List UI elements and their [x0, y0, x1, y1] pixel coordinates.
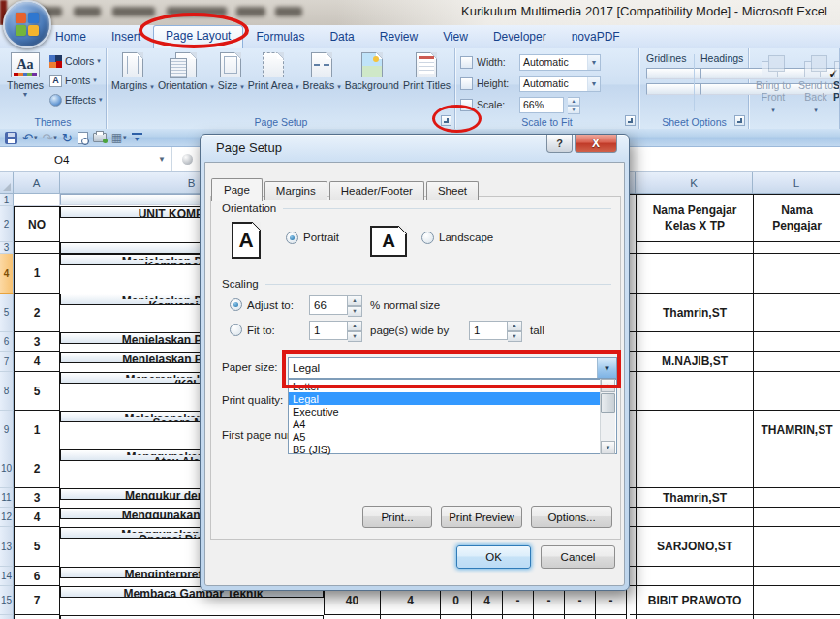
column-header-L[interactable]: L [753, 172, 840, 194]
dialog-help-button[interactable]: ? [546, 135, 573, 153]
row-header-2[interactable]: 2 [0, 206, 14, 242]
chevron-down-icon[interactable]: ▼ [158, 155, 166, 164]
tab-page-layout[interactable]: Page Layout [153, 25, 243, 48]
dialog-title[interactable]: Page Setup [216, 140, 282, 155]
row-header-16[interactable]: 16 [0, 615, 14, 619]
chevron-down-icon[interactable]: ▼ [587, 77, 600, 91]
cell-L-header[interactable]: NamaPengajar [753, 195, 840, 242]
cell-A16[interactable] [14, 615, 60, 619]
tab-home[interactable]: Home [43, 26, 99, 48]
cell-L14[interactable] [753, 567, 840, 586]
cell-K-header[interactable]: Nama PengajarKelas X TP [636, 195, 753, 242]
spin-down-icon[interactable]: ▼ [348, 306, 362, 317]
name-box[interactable]: O4 ▼ [0, 147, 172, 171]
row-header-15[interactable]: 15 [0, 586, 14, 615]
scrollbar-thumb[interactable] [601, 393, 615, 413]
cell-L10[interactable] [753, 449, 840, 488]
print-area-button[interactable]: Print Area ▾ [246, 50, 301, 93]
select-all-corner[interactable] [0, 172, 14, 194]
column-header-A[interactable]: A [14, 172, 60, 194]
chevron-down-icon[interactable]: ▾ [53, 134, 57, 141]
page-setup-dialog-launcher[interactable] [441, 115, 451, 126]
fit-tall-spinbox[interactable]: 1 ▲▼ [469, 321, 522, 340]
paper-option-letter[interactable]: Letter [289, 380, 601, 392]
cell-B16[interactable] [60, 615, 324, 619]
background-button[interactable]: Background [343, 50, 401, 93]
spin-up-icon[interactable]: ▲ [508, 321, 522, 331]
print-preview-button-dialog[interactable]: Print Preview [441, 506, 522, 528]
row-header-10[interactable]: 10 [0, 449, 14, 488]
row-header-6[interactable]: 6 [0, 332, 14, 352]
office-button[interactable] [3, 0, 51, 48]
theme-colors-button[interactable]: Colors▾ [49, 51, 106, 71]
cell-K4[interactable] [636, 254, 753, 294]
row-header-4[interactable]: 4 [0, 254, 14, 294]
row-header-9[interactable]: 9 [0, 411, 14, 449]
cell-K10[interactable] [636, 449, 753, 488]
tab-view[interactable]: View [430, 26, 481, 48]
customize-qat-button[interactable]: ▼ [132, 131, 142, 145]
cell-r16-c2[interactable] [441, 615, 472, 619]
adjust-to-radio[interactable] [230, 298, 242, 311]
cell-L8[interactable] [753, 372, 840, 411]
combo-dropdown-icon[interactable]: ▼ [597, 358, 616, 378]
tab-formulas[interactable]: Formulas [243, 26, 317, 48]
undo-button[interactable]: ↶▾ [22, 131, 37, 145]
cell-A13[interactable]: 5 [14, 527, 60, 567]
cell-K6[interactable] [636, 332, 753, 352]
cell-A12[interactable]: 4 [14, 508, 60, 527]
chevron-down-icon[interactable]: ▾ [34, 134, 38, 141]
chevron-down-icon[interactable]: ▼ [587, 55, 600, 70]
send-to-back-button[interactable]: Send to Back▾ [794, 54, 837, 116]
row-header-14[interactable]: 14 [0, 567, 14, 586]
dialog-tab-page[interactable]: Page [211, 178, 263, 201]
cell-A9[interactable]: 1 [14, 411, 60, 449]
headings-print-checkbox-row[interactable]: Print [700, 83, 747, 95]
sheet-options-dialog-launcher[interactable] [734, 115, 745, 126]
cell-A8[interactable]: 5 [14, 372, 60, 411]
cell-A5[interactable]: 2 [14, 294, 60, 332]
row-header-1[interactable]: 1 [0, 194, 14, 206]
dropdown-scrollbar[interactable]: ▲ ▼ [600, 379, 615, 454]
row-header-5[interactable]: 5 [0, 294, 14, 332]
themes-button[interactable]: Aa Themes ▼ [3, 51, 47, 112]
dialog-tab-sheet[interactable]: Sheet [426, 181, 479, 200]
options-button[interactable]: Options... [531, 506, 612, 528]
cell-L7[interactable] [753, 352, 840, 372]
cell-K12[interactable] [636, 508, 753, 527]
paper-option-a4[interactable]: A4 [289, 418, 601, 430]
fit-tall-value[interactable]: 1 [469, 321, 508, 340]
scale-to-fit-dialog-launcher[interactable] [625, 115, 636, 126]
cell-L11[interactable] [753, 488, 840, 508]
fit-to-radio[interactable] [230, 324, 242, 336]
adjust-to-value[interactable]: 66 [309, 295, 348, 315]
chevron-down-icon[interactable]: ▾ [123, 134, 127, 141]
cell-r16-c6[interactable] [565, 615, 596, 619]
gridlines-print-checkbox-row[interactable]: Print [646, 83, 693, 95]
cell-L6[interactable] [753, 332, 840, 352]
theme-effects-button[interactable]: Effects▾ [49, 90, 106, 109]
cell-L13[interactable] [753, 527, 840, 567]
tab-developer[interactable]: Developer [481, 26, 559, 48]
cell-L5[interactable] [753, 294, 840, 332]
redo-button[interactable]: ↷▾ [42, 131, 56, 145]
size-button[interactable]: Size ▾ [216, 50, 246, 93]
row-header-8[interactable]: 8 [0, 372, 14, 411]
spin-down-icon[interactable]: ▼ [568, 106, 580, 114]
width-combo[interactable]: Automatic▼ [519, 54, 601, 71]
cell-K13[interactable]: SARJONO,ST [636, 527, 753, 567]
cell-A15[interactable]: 7 [14, 586, 60, 615]
adjust-to-spinbox[interactable]: 66 ▲▼ [309, 295, 362, 315]
cell-K8[interactable] [636, 372, 753, 411]
cell-L4[interactable] [753, 254, 840, 294]
gridlines-view-checkbox-row[interactable]: ✓View [646, 68, 693, 79]
orientation-button[interactable]: Orientation ▾ [156, 50, 216, 93]
tab-data[interactable]: Data [317, 26, 366, 48]
cell-L3[interactable] [753, 242, 840, 254]
borders-button[interactable]: ▦▾ [111, 131, 127, 145]
tab-review[interactable]: Review [367, 26, 430, 48]
print-button[interactable]: Print... [362, 506, 432, 528]
cell-A3[interactable] [14, 242, 60, 254]
save-button[interactable] [5, 131, 17, 145]
cell-A2[interactable]: NO [14, 206, 60, 242]
